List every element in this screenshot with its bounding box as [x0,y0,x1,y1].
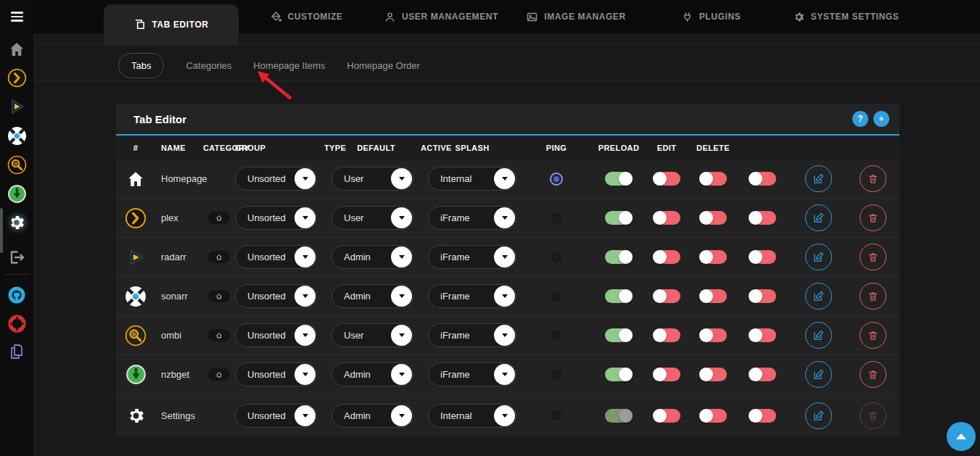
ping-toggle[interactable] [699,409,727,423]
edit-button[interactable] [805,204,832,231]
category-select[interactable]: Unsorted [235,167,317,191]
ping-toggle[interactable] [699,289,727,303]
splash-toggle[interactable] [653,211,680,225]
active-toggle[interactable] [605,250,633,264]
preload-toggle[interactable] [749,289,776,303]
type-select[interactable]: iFrame [428,323,516,347]
delete-button[interactable] [860,322,886,349]
group-select[interactable]: Admin [332,284,413,308]
default-radio[interactable] [550,212,563,225]
nav-tab-system-settings[interactable]: SYSTEM SETTINGS [778,0,913,33]
sidebar-item-radarr[interactable] [0,96,33,117]
sidebar-item-support[interactable] [0,312,33,334]
category-select[interactable]: Unsorted [235,362,317,386]
category-select[interactable]: Unsorted [235,323,317,347]
subnav-item-tabs[interactable]: Tabs [118,53,164,78]
delete-button[interactable] [860,244,886,270]
active-toggle[interactable] [605,211,633,225]
preload-toggle[interactable] [749,250,776,264]
edit-button[interactable] [805,322,832,349]
group-select[interactable]: User [332,206,413,230]
toggle-knob [749,172,762,186]
help-button[interactable]: ? [852,111,868,127]
ping-toggle[interactable] [699,328,727,342]
ping-toggle[interactable] [699,172,727,186]
splash-toggle[interactable] [653,289,680,303]
type-select[interactable]: Internal [428,404,516,428]
nav-tab-label: CUSTOMIZE [288,12,343,22]
nav-tab-customize[interactable]: CUSTOMIZE [239,0,374,33]
nav-tab-user-management[interactable]: USER MANAGEMENT [374,0,508,33]
edit-button[interactable] [805,402,832,429]
nav-tab-plugins[interactable]: PLUGINS [643,0,778,33]
edit-button[interactable] [805,244,832,270]
category-select[interactable]: Unsorted [235,245,317,269]
select-cell: Admin [332,362,421,386]
default-radio[interactable] [550,290,563,303]
active-toggle[interactable] [605,409,633,423]
default-radio[interactable] [550,251,563,264]
sidebar-item-docs[interactable] [0,341,33,362]
preload-toggle[interactable] [749,172,776,186]
edit-button[interactable] [805,361,832,388]
ping-toggle[interactable] [699,250,727,264]
group-select[interactable]: Admin [332,362,413,386]
category-select[interactable]: Unsorted [235,206,317,230]
ping-toggle[interactable] [699,211,727,225]
ping-toggle[interactable] [699,368,727,381]
default-radio[interactable] [550,329,563,342]
category-select[interactable]: Unsorted [235,284,317,308]
type-select[interactable]: iFrame [428,362,516,386]
category-select[interactable]: Unsorted [235,404,317,428]
sidebar-item-settings-active[interactable] [0,212,33,233]
type-select[interactable]: iFrame [428,245,516,269]
edit-button[interactable] [805,283,832,310]
splash-toggle[interactable] [653,328,680,342]
group-select[interactable]: Admin [332,245,413,269]
delete-button[interactable] [860,204,886,231]
splash-toggle[interactable] [653,409,680,423]
sidebar-item-home[interactable] [0,38,33,60]
subnav-item-categories[interactable]: Categories [186,54,231,78]
preload-toggle[interactable] [749,368,776,381]
group-select[interactable]: Admin [332,404,413,428]
active-toggle[interactable] [605,368,633,381]
delete-button[interactable] [860,361,886,388]
group-select[interactable]: User [332,167,413,191]
select-cell: iFrame [428,245,516,269]
default-radio[interactable] [550,173,563,186]
splash-toggle[interactable] [653,172,680,186]
splash-toggle[interactable] [653,368,680,381]
active-toggle[interactable] [605,328,633,342]
preload-toggle[interactable] [749,211,776,225]
sidebar-item-sonarr[interactable] [0,125,33,146]
active-toggle[interactable] [605,172,633,186]
nav-tab-image-manager[interactable]: IMAGE MANAGER [508,0,643,33]
delete-button[interactable] [860,283,886,310]
type-select[interactable]: Internal [428,167,516,191]
nav-tab-tab-editor[interactable]: TAB EDITOR [104,4,239,44]
type-select[interactable]: iFrame [428,284,516,308]
group-select[interactable]: User [332,323,413,347]
scroll-to-top-button[interactable] [947,422,976,451]
sidebar-item-nzbget[interactable] [0,183,33,204]
preload-toggle[interactable] [749,328,776,342]
column-header-default: DEFAULT [332,144,421,152]
sidebar-item-logout[interactable] [0,246,33,268]
menu-toggle-button[interactable] [0,6,33,28]
sidebar-item-ombi[interactable] [0,154,33,175]
ombi-icon [125,325,147,347]
subnav-item-homepage-order[interactable]: Homepage Order [347,54,419,78]
default-radio[interactable] [550,409,563,422]
type-select[interactable]: iFrame [428,206,516,230]
active-toggle[interactable] [605,289,633,303]
preload-toggle[interactable] [749,409,776,423]
delete-button[interactable] [860,165,886,192]
default-radio[interactable] [550,368,563,381]
edit-button[interactable] [805,165,832,192]
sidebar-item-github[interactable] [0,284,33,306]
dropdown-cap [494,405,515,426]
sidebar-item-plex[interactable] [0,67,33,88]
splash-toggle[interactable] [653,250,680,264]
add-tab-button[interactable]: + [873,111,889,127]
